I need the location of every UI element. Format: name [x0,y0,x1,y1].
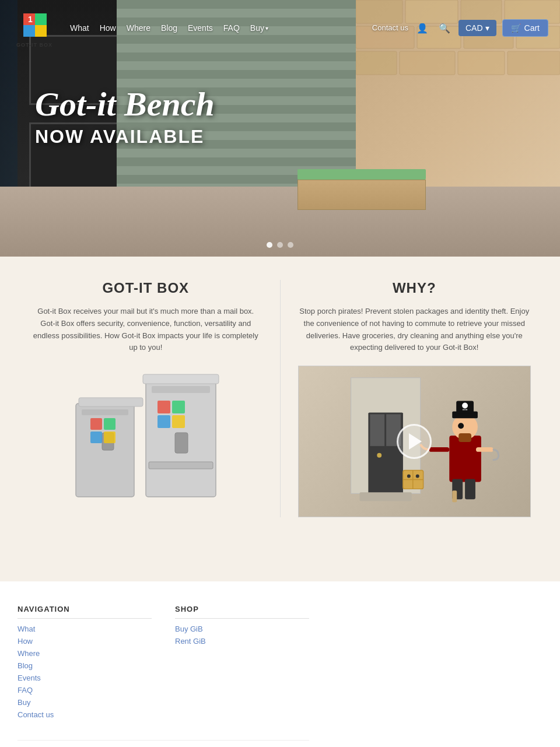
got-it-box-text: Got-it Box receives your mail but it's m… [29,306,262,354]
footer-bottom: © Naugler Office Installations Inc. 2018… [18,741,542,747]
svg-rect-28 [152,386,210,393]
why-video[interactable] [298,366,531,517]
user-icon[interactable]: 👤 [414,20,430,36]
nav-faq[interactable]: FAQ [223,23,240,33]
nav-where[interactable]: Where [127,23,150,33]
got-it-box-title: GOT-IT BOX [29,280,262,296]
svg-point-46 [415,475,419,478]
why-text: Stop porch pirates! Prevent stolen packa… [298,306,531,354]
nav-buy[interactable]: Buy [250,23,268,33]
chevron-down-icon: ▾ [485,23,489,33]
svg-rect-26 [104,432,116,443]
why-title: WHY? [298,280,531,296]
svg-rect-32 [172,401,185,413]
svg-rect-24 [104,418,116,430]
svg-point-54 [462,403,468,409]
footer-nav-title: NAVIGATION [18,605,152,619]
logo[interactable]: 1 GOT-IT BOX [12,5,58,51]
cart-icon: 🛒 [511,23,521,33]
footer-link-how[interactable]: How [18,637,152,646]
svg-rect-47 [449,436,481,482]
search-icon[interactable]: 🔍 [436,20,453,36]
svg-rect-38 [370,415,384,447]
svg-marker-3 [23,25,35,37]
nav-blog[interactable]: Blog [161,23,177,33]
footer-link-contact[interactable]: Contact us [18,710,152,719]
svg-rect-30 [175,433,188,453]
svg-rect-20 [82,409,128,415]
svg-text:GOT-IT BOX: GOT-IT BOX [16,42,52,48]
svg-rect-59 [459,433,471,442]
svg-rect-41 [359,493,411,501]
logo-icon: 1 GOT-IT BOX [12,5,58,51]
hero-dot-2[interactable] [277,242,283,248]
nav-events[interactable]: Events [188,23,213,33]
main-nav: What How Where Blog Events FAQ Buy [70,23,372,33]
footer-spacer [0,535,560,581]
cart-button[interactable]: 🛒 Cart [502,19,548,37]
footer-link-events[interactable]: Events [18,674,152,682]
why-section: WHY? Stop porch pirates! Prevent stolen … [286,280,543,517]
footer-shop-title: SHOP [175,605,309,619]
currency-selector[interactable]: CAD ▾ [459,20,496,36]
footer-link-buy[interactable]: Buy [18,698,152,707]
footer-shop-col: SHOP Buy GiB Rent GiB [175,605,309,723]
svg-rect-21 [79,398,143,406]
nav-what[interactable]: What [70,23,89,33]
main-content: GOT-IT BOX Got-it Box receives your mail… [0,257,560,535]
svg-rect-35 [149,462,213,469]
svg-rect-31 [158,401,170,413]
play-icon [409,433,422,450]
got-it-box-image [29,366,262,517]
svg-point-58 [458,423,464,429]
svg-rect-25 [90,432,102,443]
footer-link-where[interactable]: Where [18,649,152,658]
svg-rect-61 [429,447,449,452]
nav-how[interactable]: How [100,23,116,33]
footer-link-buy-gib[interactable]: Buy GiB [175,625,309,633]
footer-link-what[interactable]: What [18,625,152,633]
svg-rect-29 [143,374,219,384]
column-divider [280,280,281,517]
svg-rect-50 [452,491,457,503]
footer-link-faq[interactable]: FAQ [18,686,152,695]
svg-marker-2 [35,13,47,25]
footer-top: NAVIGATION What How Where Blog Events FA… [18,605,309,741]
svg-rect-34 [172,415,185,428]
svg-marker-4 [35,25,47,37]
footer-link-blog[interactable]: Blog [18,661,152,670]
header-right: Contact us 👤 🔍 CAD ▾ 🛒 Cart [372,19,548,37]
hero-title: Got-it Bench [35,87,215,121]
svg-rect-49 [465,479,475,500]
svg-rect-60 [475,447,493,452]
hero-carousel-dots [267,242,293,248]
hero-dot-1[interactable] [267,242,272,248]
footer: NAVIGATION What How Where Blog Events FA… [0,581,560,747]
hero-dot-3[interactable] [288,242,293,248]
svg-rect-23 [90,418,102,430]
contact-us-link[interactable]: Contact us [372,23,408,33]
hero-text-area: Got-it Bench NOW AVAILABLE [35,87,215,148]
footer-link-rent-gib[interactable]: Rent GiB [175,637,309,646]
svg-text:1: 1 [28,15,33,24]
hero-bench-graphic [298,140,502,210]
got-it-box-section: GOT-IT BOX Got-it Box receives your mail… [18,280,274,517]
footer-navigation-col: NAVIGATION What How Where Blog Events FA… [18,605,152,723]
svg-rect-33 [158,415,170,428]
hero-subtitle: NOW AVAILABLE [35,126,215,148]
svg-rect-40 [377,453,382,458]
svg-point-45 [407,475,410,478]
